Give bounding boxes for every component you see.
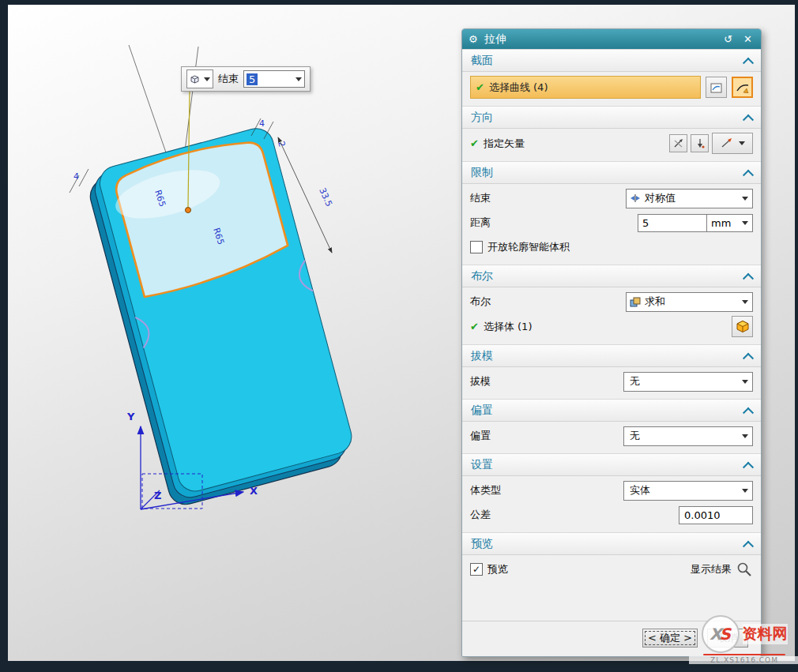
dim-top-4: 4 [259, 118, 265, 129]
select-curve-label: 选择曲线 (4) [489, 81, 548, 95]
chevron-up-icon[interactable] [743, 352, 754, 363]
vector-direction-dropdown[interactable] [712, 133, 753, 154]
offset-label: 偏置 [470, 429, 491, 443]
select-curve-row[interactable]: ✔ 选择曲线 (4) [470, 76, 701, 99]
boolean-value: 求和 [645, 295, 665, 309]
distance-input[interactable] [638, 214, 707, 232]
section-title: 限制 [471, 166, 493, 180]
section-header-preview[interactable]: 预览 [462, 532, 761, 555]
axis-x-label: X [250, 485, 258, 497]
watermark-underline [703, 654, 785, 655]
end-type-dropdown[interactable]: 对称值 [626, 189, 753, 208]
end-label: 结束 [470, 191, 491, 205]
axis-y-label: Y [126, 411, 135, 422]
vector-point-icon [694, 138, 706, 148]
cube-icon [190, 74, 200, 84]
chevron-down-icon [742, 380, 748, 384]
on-screen-input-toolbar: 结束 5 [181, 66, 311, 92]
show-result-label: 显示结果 [691, 562, 732, 576]
body-type-value: 实体 [630, 483, 650, 497]
chevron-down-icon[interactable] [295, 77, 302, 81]
boolean-label: 布尔 [470, 295, 491, 309]
preview-label: 预览 [487, 562, 508, 576]
draft-label: 拔模 [470, 374, 491, 389]
open-profile-checkbox[interactable] [470, 241, 483, 253]
distance-label: 距离 [470, 216, 491, 230]
vector-cross-icon [673, 138, 684, 148]
dim-33-5: 33.5 [317, 186, 334, 208]
select-body-label: 选择体 (1) [484, 320, 533, 334]
draft-value: 无 [630, 374, 640, 389]
section-header-boolean[interactable]: 布尔 [462, 265, 761, 287]
section-title: 布尔 [471, 269, 493, 283]
chevron-down-icon [739, 141, 745, 145]
vector-cross-button[interactable] [669, 134, 687, 152]
section-title: 拔模 [471, 349, 493, 363]
watermark-name: 资料网 [743, 624, 788, 644]
check-icon: ✔ [476, 82, 484, 92]
watermark: X S 资料网 ZL.XS1616.COM [689, 615, 798, 664]
select-body-button[interactable] [732, 316, 753, 337]
chevron-up-icon[interactable] [743, 461, 754, 472]
tolerance-label: 公差 [470, 508, 491, 522]
section-header-limits[interactable]: 限制 [462, 161, 761, 184]
chevron-up-icon[interactable] [743, 540, 754, 551]
chevron-down-icon [204, 77, 210, 81]
specify-vector-label: 指定矢量 [484, 137, 525, 151]
chevron-down-icon [742, 300, 748, 304]
unit-dropdown[interactable]: mm [707, 214, 753, 232]
limit-type-dropdown[interactable] [186, 69, 213, 88]
section-header-settings[interactable]: 设置 [462, 453, 761, 476]
chevron-up-icon[interactable] [743, 407, 754, 418]
watermark-url: ZL.XS1616.COM [689, 656, 798, 664]
body-type-label: 体类型 [470, 483, 501, 497]
section-header-direction[interactable]: 方向 [462, 106, 761, 129]
magnifier-icon [736, 561, 752, 577]
section-header-offset[interactable]: 偏置 [462, 399, 761, 422]
unite-icon [630, 297, 641, 307]
solid-body[interactable] [84, 125, 358, 509]
reset-button[interactable]: ↺ [721, 33, 735, 45]
symmetric-icon [630, 193, 641, 203]
curve-rule-button[interactable] [732, 77, 753, 98]
dialog-titlebar[interactable]: ⚙ 拉伸 ↺ ✕ [462, 29, 761, 49]
chevron-up-icon[interactable] [743, 169, 754, 180]
distance-onscreen-input[interactable]: 5 [243, 70, 305, 88]
chevron-up-icon[interactable] [743, 57, 754, 68]
chevron-down-icon [742, 434, 748, 438]
chevron-down-icon [742, 489, 748, 493]
section-header-section[interactable]: 截面 [462, 49, 761, 72]
vector-inferred-button[interactable] [691, 134, 709, 152]
axis-z-label: Z [154, 490, 161, 501]
close-button[interactable]: ✕ [741, 33, 755, 45]
dialog-title: 拉伸 [484, 32, 716, 47]
sketch-section-button[interactable] [706, 77, 727, 98]
offset-value: 无 [630, 429, 640, 443]
offset-dropdown[interactable]: 无 [623, 426, 753, 446]
section-title: 设置 [471, 458, 493, 472]
end-type-value: 对称值 [645, 191, 676, 205]
body-type-dropdown[interactable]: 实体 [623, 481, 753, 501]
draft-dropdown[interactable]: 无 [623, 372, 753, 392]
chevron-up-icon[interactable] [743, 272, 754, 283]
watermark-logo: X S [702, 615, 740, 653]
section-title: 截面 [471, 54, 493, 68]
section-header-draft[interactable]: 拔模 [462, 344, 761, 367]
curve-icon [736, 82, 749, 93]
extrude-dialog: ⚙ 拉伸 ↺ ✕ 截面 ✔ 选择曲线 (4) [461, 28, 762, 657]
end-label: 结束 [218, 72, 239, 86]
chevron-up-icon[interactable] [743, 114, 754, 125]
sketch-point[interactable] [186, 208, 191, 213]
sketch-icon [710, 82, 722, 93]
gear-icon: ⚙ [469, 34, 478, 44]
section-title: 预览 [471, 537, 493, 551]
dim-left-4: 4 [73, 171, 79, 182]
chevron-down-icon [742, 197, 748, 201]
preview-checkbox[interactable]: ✓ [470, 563, 483, 576]
tolerance-input[interactable] [679, 506, 753, 524]
boolean-dropdown[interactable]: 求和 [626, 292, 753, 312]
show-result-button[interactable] [735, 561, 753, 579]
chevron-down-icon [742, 221, 748, 225]
solid-cube-icon [735, 319, 751, 334]
open-profile-label: 开放轮廓智能体积 [487, 240, 570, 254]
